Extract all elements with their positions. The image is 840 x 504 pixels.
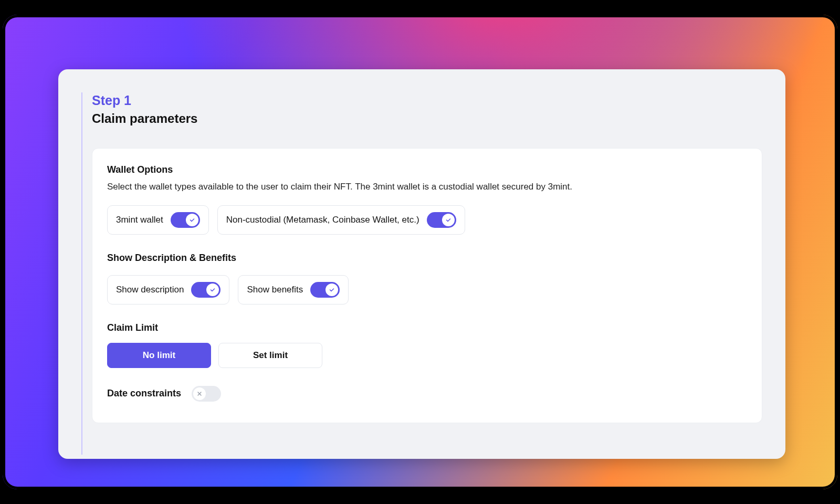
show-db-title: Show Description & Benefits bbox=[107, 253, 747, 264]
gradient-background: Step 1 Claim parameters Wallet Options S… bbox=[3, 15, 837, 489]
show-benefits-option: Show benefits bbox=[238, 275, 349, 304]
step-title: Claim parameters bbox=[92, 111, 197, 126]
wallet-options-row: 3mint wallet Non-custodial (Metamask, Co… bbox=[107, 205, 747, 235]
no-limit-button[interactable]: No limit bbox=[107, 343, 211, 368]
wallet-3mint-option: 3mint wallet bbox=[107, 205, 209, 235]
claim-limit-block: Claim Limit No limit Set limit bbox=[107, 322, 747, 368]
claim-limit-title: Claim Limit bbox=[107, 322, 747, 333]
parameters-card: Wallet Options Select the wallet types a… bbox=[92, 148, 762, 423]
wallet-options-desc: Select the wallet types available to the… bbox=[107, 181, 747, 194]
date-constraints-row: Date constraints bbox=[107, 386, 747, 402]
claim-limit-segment: No limit Set limit bbox=[107, 343, 747, 368]
show-db-block: Show Description & Benefits Show descrip… bbox=[107, 253, 747, 304]
check-icon bbox=[206, 284, 219, 296]
check-icon bbox=[326, 284, 338, 296]
show-benefits-toggle[interactable] bbox=[310, 282, 340, 298]
wallet-3mint-toggle[interactable] bbox=[171, 212, 200, 228]
date-constraints-title: Date constraints bbox=[107, 388, 181, 399]
step-panel: Step 1 Claim parameters Wallet Options S… bbox=[58, 69, 785, 459]
check-icon bbox=[442, 214, 455, 226]
wallet-3mint-label: 3mint wallet bbox=[116, 215, 163, 225]
show-benefits-label: Show benefits bbox=[247, 285, 303, 295]
step-label: Step 1 bbox=[92, 92, 197, 108]
show-description-option: Show description bbox=[107, 275, 229, 304]
viewport: Step 1 Claim parameters Wallet Options S… bbox=[0, 0, 840, 504]
set-limit-button[interactable]: Set limit bbox=[218, 343, 322, 368]
close-icon bbox=[193, 387, 206, 400]
wallet-noncustodial-label: Non-custodial (Metamask, Coinbase Wallet… bbox=[226, 215, 419, 225]
wallet-noncustodial-option: Non-custodial (Metamask, Coinbase Wallet… bbox=[217, 205, 465, 235]
show-description-label: Show description bbox=[116, 285, 184, 295]
wallet-noncustodial-toggle[interactable] bbox=[427, 212, 456, 228]
show-description-toggle[interactable] bbox=[191, 282, 220, 298]
show-db-row: Show description Show benefits bbox=[107, 275, 747, 304]
wallet-options-title: Wallet Options bbox=[107, 164, 747, 175]
check-icon bbox=[186, 214, 198, 226]
date-constraints-toggle[interactable] bbox=[192, 386, 221, 402]
